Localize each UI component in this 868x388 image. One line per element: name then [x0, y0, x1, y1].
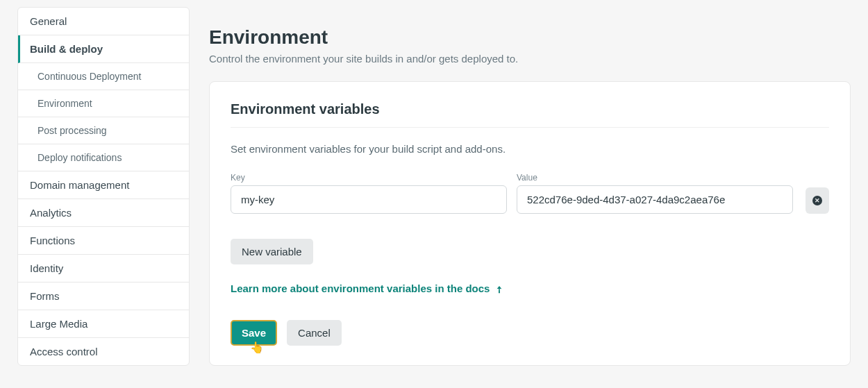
- close-icon: ✕: [812, 196, 822, 205]
- cancel-button[interactable]: Cancel: [287, 320, 342, 346]
- key-field: Key: [231, 173, 507, 214]
- settings-sidebar: General Build & deploy Continuous Deploy…: [17, 7, 190, 366]
- sidebar-item-analytics[interactable]: Analytics: [18, 199, 189, 227]
- variable-row: Key Value ✕: [231, 173, 829, 214]
- page-title: Environment: [209, 26, 851, 49]
- environment-variables-card: Environment variables Set environment va…: [209, 81, 851, 366]
- sidebar-item-forms[interactable]: Forms: [18, 282, 189, 310]
- sidebar-item-domain-management[interactable]: Domain management: [18, 171, 189, 199]
- page-subtitle: Control the environment your site builds…: [209, 53, 851, 65]
- sidebar-item-deploy-notifications[interactable]: Deploy notifications: [18, 144, 189, 171]
- sidebar-item-large-media[interactable]: Large Media: [18, 310, 189, 338]
- external-link-icon: ➚: [493, 282, 506, 295]
- sidebar-item-functions[interactable]: Functions: [18, 227, 189, 255]
- key-input[interactable]: [231, 185, 507, 214]
- docs-link-text: Learn more about environment variables i…: [231, 282, 490, 294]
- new-variable-button[interactable]: New variable: [231, 239, 313, 264]
- delete-variable-button[interactable]: ✕: [806, 187, 829, 214]
- value-label: Value: [517, 173, 793, 183]
- value-field: Value: [517, 173, 793, 214]
- key-label: Key: [231, 173, 507, 183]
- sidebar-item-identity[interactable]: Identity: [18, 255, 189, 282]
- save-button[interactable]: Save: [231, 320, 277, 346]
- sidebar-item-build-deploy[interactable]: Build & deploy: [18, 35, 189, 63]
- sidebar-item-post-processing[interactable]: Post processing: [18, 117, 189, 144]
- sidebar-item-environment[interactable]: Environment: [18, 90, 189, 117]
- value-input[interactable]: [517, 185, 793, 214]
- sidebar-item-general[interactable]: General: [18, 8, 189, 35]
- card-description: Set environment variables for your build…: [231, 143, 829, 155]
- docs-link[interactable]: Learn more about environment variables i…: [231, 282, 503, 294]
- sidebar-item-access-control[interactable]: Access control: [18, 338, 189, 365]
- sidebar-item-continuous-deployment[interactable]: Continuous Deployment: [18, 63, 189, 90]
- main-content: Environment Control the environment your…: [190, 7, 851, 381]
- card-title: Environment variables: [231, 101, 829, 128]
- form-actions: Save Cancel 👆: [231, 320, 829, 346]
